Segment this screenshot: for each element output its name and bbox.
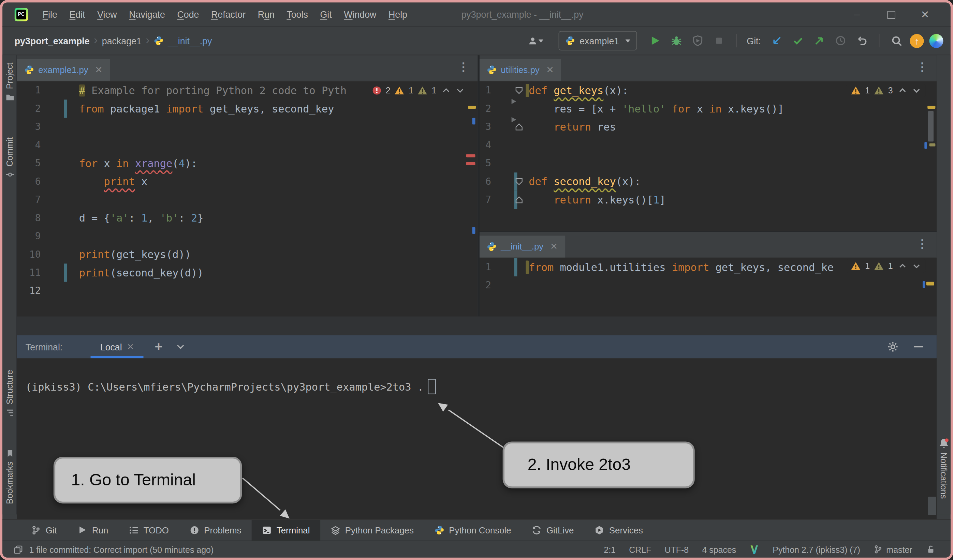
menu-file[interactable]: File bbox=[37, 9, 64, 19]
close-button[interactable]: ✕ bbox=[908, 2, 942, 26]
menu-run[interactable]: Run bbox=[252, 9, 281, 19]
fold-open-gutter-icon[interactable] bbox=[515, 86, 523, 95]
lock-icon[interactable] bbox=[926, 545, 935, 554]
menu-code[interactable]: Code bbox=[171, 9, 205, 19]
line-separator-widget[interactable]: CRLF bbox=[629, 545, 651, 554]
breadcrumb-project[interactable]: py3port_example bbox=[15, 36, 90, 46]
run-with-coverage-button[interactable] bbox=[690, 33, 705, 48]
run-button[interactable] bbox=[647, 33, 663, 48]
code-line[interactable] bbox=[79, 282, 478, 300]
toolwindow-python-console[interactable]: Python Console bbox=[424, 520, 522, 541]
chevron-down-icon[interactable] bbox=[456, 86, 464, 95]
toolwindow-problems[interactable]: Problems bbox=[179, 520, 251, 541]
gear-icon[interactable] bbox=[888, 341, 899, 352]
inspections-widget[interactable]: 211 bbox=[367, 84, 469, 97]
menu-window[interactable]: Window bbox=[338, 9, 382, 19]
toolwindow-git[interactable]: Git bbox=[21, 520, 67, 541]
code-line[interactable]: print x bbox=[79, 172, 478, 190]
code-line[interactable] bbox=[79, 136, 478, 154]
inspections-widget[interactable]: 13 bbox=[846, 84, 926, 97]
chevron-up-icon[interactable] bbox=[442, 86, 450, 95]
encoding-widget[interactable]: UTF-8 bbox=[665, 545, 689, 554]
terminal-tab-local[interactable]: Local ✕ bbox=[90, 336, 144, 359]
toolwindow-gitlive[interactable]: GitLive bbox=[522, 520, 584, 541]
toolwindow-terminal[interactable]: Terminal bbox=[252, 520, 320, 541]
chevron-up-icon[interactable] bbox=[899, 262, 907, 270]
code-line[interactable] bbox=[529, 155, 937, 172]
git-push-button[interactable] bbox=[812, 33, 827, 48]
toolwindow-todo[interactable]: TODO bbox=[119, 520, 179, 541]
menu-refactor[interactable]: Refactor bbox=[205, 9, 252, 19]
breadcrumb-file[interactable]: __init__.py bbox=[168, 36, 212, 46]
minimize-button[interactable]: – bbox=[840, 2, 874, 26]
chevron-down-icon[interactable] bbox=[913, 262, 921, 270]
code-editor-example1[interactable]: 123456789101112 # Example for porting Py… bbox=[17, 82, 478, 336]
menu-edit[interactable]: Edit bbox=[64, 9, 92, 19]
git-commit-button[interactable] bbox=[790, 33, 806, 48]
code-line[interactable]: print(get_keys(d)) bbox=[79, 245, 478, 263]
gitlive-status-icon[interactable] bbox=[750, 544, 760, 555]
search-everywhere-button[interactable] bbox=[889, 33, 904, 48]
menu-tools[interactable]: Tools bbox=[281, 9, 314, 19]
code-line[interactable]: return x.keys()[1] bbox=[529, 191, 937, 209]
rollback-button[interactable] bbox=[854, 33, 870, 48]
sidebar-item-bookmarks[interactable]: Bookmarks bbox=[2, 449, 17, 504]
sidebar-item-commit[interactable]: Commit bbox=[2, 138, 17, 179]
code-line[interactable]: from package1 import get_keys, second_ke… bbox=[79, 99, 478, 118]
git-update-button[interactable] bbox=[769, 33, 784, 48]
python-interpreter-widget[interactable]: Python 2.7 (ipkiss3) (7) bbox=[773, 545, 860, 554]
history-button[interactable] bbox=[833, 33, 848, 48]
chevron-down-icon[interactable] bbox=[913, 86, 921, 95]
code-line[interactable] bbox=[529, 277, 937, 294]
inspections-widget[interactable]: 11 bbox=[846, 259, 926, 273]
update-available-icon[interactable]: ↑ bbox=[910, 34, 924, 48]
tab-options-icon[interactable]: ⋮ bbox=[916, 60, 928, 74]
code-line[interactable]: d = {'a': 1, 'b': 2} bbox=[79, 209, 478, 227]
code-line[interactable] bbox=[79, 191, 478, 209]
menu-git[interactable]: Git bbox=[314, 9, 338, 19]
tab-utilities[interactable]: utilities.py ✕ bbox=[480, 59, 561, 81]
code-editor-utilities[interactable]: 1234567 def get_keys(x): res = [x + 'hel… bbox=[480, 82, 937, 231]
fold-open-gutter-icon[interactable] bbox=[515, 177, 523, 186]
run-configuration-select[interactable]: example1 bbox=[558, 31, 637, 50]
menu-help[interactable]: Help bbox=[382, 9, 413, 19]
toolwindow-python-packages[interactable]: Python Packages bbox=[320, 520, 424, 541]
code-line[interactable] bbox=[79, 227, 478, 245]
close-terminal-tab-icon[interactable]: ✕ bbox=[127, 342, 134, 352]
close-tab-icon[interactable]: ✕ bbox=[550, 241, 558, 252]
close-tab-icon[interactable]: ✕ bbox=[546, 64, 554, 75]
code-line[interactable] bbox=[79, 118, 478, 136]
code-line[interactable]: return res bbox=[529, 118, 937, 136]
menu-navigate[interactable]: Navigate bbox=[123, 9, 171, 19]
tab-options-icon[interactable]: ⋮ bbox=[458, 60, 469, 74]
sidebar-item-notifications[interactable]: Notifications bbox=[937, 438, 951, 499]
user-menu[interactable] bbox=[528, 36, 543, 45]
code-line[interactable]: print(second_key(d)) bbox=[79, 263, 478, 282]
code-line[interactable]: def second_key(x): bbox=[529, 172, 937, 190]
code-line[interactable]: res = [x + 'hello' for x in x.keys()] bbox=[529, 99, 937, 118]
fold-close-gutter-icon[interactable] bbox=[515, 123, 523, 131]
stop-button[interactable] bbox=[711, 33, 726, 48]
toolwindow-services[interactable]: Services bbox=[584, 520, 653, 541]
code-with-me-icon[interactable] bbox=[930, 34, 944, 48]
fold-close-gutter-icon[interactable] bbox=[515, 196, 523, 204]
new-terminal-button[interactable]: + bbox=[155, 339, 162, 354]
close-tab-icon[interactable]: ✕ bbox=[95, 64, 102, 75]
code-line[interactable]: for x in xrange(4): bbox=[79, 155, 478, 172]
toolwindow-run[interactable]: Run bbox=[67, 520, 119, 541]
indent-widget[interactable]: 4 spaces bbox=[702, 545, 736, 554]
chevron-up-icon[interactable] bbox=[899, 86, 907, 95]
breadcrumb-package[interactable]: package1 bbox=[102, 36, 141, 46]
git-branch-widget[interactable]: master bbox=[874, 545, 913, 554]
menu-view[interactable]: View bbox=[91, 9, 123, 19]
tab-init[interactable]: __init__.py ✕ bbox=[480, 235, 565, 257]
terminal-dropdown-icon[interactable] bbox=[176, 342, 186, 352]
tab-example1[interactable]: example1.py ✕ bbox=[17, 59, 110, 81]
sidebar-item-project[interactable]: Project bbox=[2, 63, 17, 102]
caret-position-widget[interactable]: 2:1 bbox=[604, 545, 616, 554]
debug-button[interactable] bbox=[668, 33, 684, 48]
tab-options-icon[interactable]: ⋮ bbox=[916, 237, 928, 251]
code-line[interactable] bbox=[529, 136, 937, 154]
sidebar-item-structure[interactable]: Structure bbox=[2, 370, 17, 417]
maximize-button[interactable] bbox=[874, 2, 908, 26]
